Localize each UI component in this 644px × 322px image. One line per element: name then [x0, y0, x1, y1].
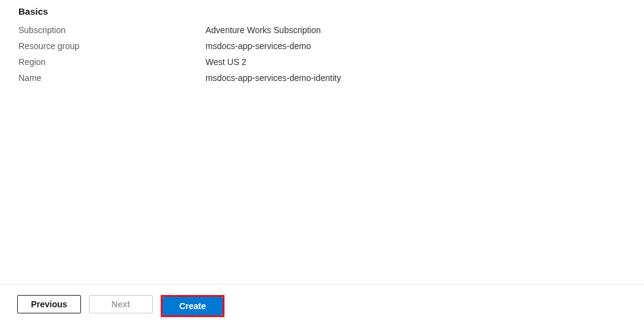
property-value-name: msdocs-app-services-demo-identity: [205, 73, 341, 83]
previous-button[interactable]: Previous: [17, 295, 81, 313]
wizard-footer: Previous Next Create: [0, 284, 644, 322]
property-label-region: Region: [18, 57, 205, 67]
property-row: Subscription Adventure Works Subscriptio…: [18, 25, 626, 35]
property-row: Resource group msdocs-app-services-demo: [18, 41, 626, 51]
property-value-resource-group: msdocs-app-services-demo: [205, 41, 311, 51]
property-label-resource-group: Resource group: [18, 41, 205, 51]
property-value-region: West US 2: [205, 57, 247, 67]
property-row: Region West US 2: [18, 57, 626, 67]
property-label-name: Name: [18, 73, 205, 83]
review-content: Basics Subscription Adventure Works Subs…: [0, 0, 644, 83]
create-button[interactable]: Create: [163, 297, 223, 315]
next-button: Next: [89, 295, 153, 313]
property-value-subscription: Adventure Works Subscription: [205, 25, 321, 35]
property-label-subscription: Subscription: [18, 25, 205, 35]
section-heading-basics: Basics: [18, 6, 626, 17]
property-row: Name msdocs-app-services-demo-identity: [18, 73, 626, 83]
create-button-highlight: Create: [161, 295, 224, 317]
